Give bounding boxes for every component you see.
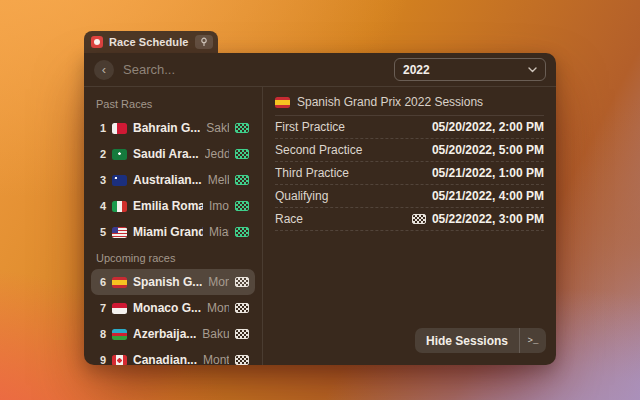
session-label: First Practice	[275, 120, 345, 134]
race-name: Monaco G...	[133, 301, 201, 315]
desktop-background: Race Schedule ‹ 2022 Past Races1Bahrain	[0, 0, 640, 400]
flag-spain-icon	[275, 97, 290, 108]
race-location: Jeddah, Sa...	[205, 147, 229, 161]
race-number: 8	[97, 328, 106, 340]
checkered-flag-icon	[412, 214, 426, 224]
session-label: Qualifying	[275, 189, 328, 203]
race-name: Emilia Roma...	[133, 199, 203, 213]
session-datetime-text: 05/22/2022, 3:00 PM	[432, 212, 544, 226]
race-name: Canadian...	[133, 353, 197, 365]
green-checkered-flag-icon	[235, 175, 249, 185]
race-number: 2	[97, 148, 106, 160]
session-datetime: 05/20/2022, 5:00 PM	[432, 143, 544, 157]
race-number: 1	[97, 122, 106, 134]
race-row-8[interactable]: 8Azerbaija...Baku, Azerb...	[91, 321, 255, 347]
race-row-4[interactable]: 4Emilia Roma...Imola, Italy	[91, 193, 255, 219]
race-row-1[interactable]: 1Bahrain G...Sakhir, Bahr...	[91, 115, 255, 141]
flag-italy-icon	[112, 201, 127, 212]
session-row[interactable]: Qualifying05/21/2022, 4:00 PM	[275, 185, 544, 208]
year-select[interactable]: 2022	[394, 58, 546, 81]
sessions-panel: Spanish Grand Prix 2022 Sessions First P…	[263, 87, 556, 365]
race-number: 5	[97, 226, 106, 238]
terminal-icon: >_	[528, 336, 539, 346]
toolbar: ‹ 2022	[84, 53, 556, 86]
flag-monaco-icon	[112, 303, 127, 314]
section-label: Upcoming races	[91, 245, 255, 269]
flag-spain-icon	[112, 277, 127, 288]
race-name: Australian...	[133, 173, 202, 187]
race-name: Saudi Ara...	[133, 147, 199, 161]
flag-bahrain-icon	[112, 123, 127, 134]
checkered-flag-icon	[235, 277, 249, 287]
checkered-flag-icon	[235, 303, 249, 313]
race-number: 3	[97, 174, 106, 186]
actions-menu-button[interactable]: >_	[520, 328, 546, 353]
tab-title: Race Schedule	[109, 36, 189, 48]
session-datetime: 05/21/2022, 4:00 PM	[432, 189, 544, 203]
session-row[interactable]: Race05/22/2022, 3:00 PM	[275, 208, 544, 231]
race-number: 7	[97, 302, 106, 314]
session-label: Race	[275, 212, 303, 226]
race-number: 6	[97, 276, 106, 288]
section-label: Past Races	[91, 91, 255, 115]
race-row-6[interactable]: 6Spanish G...Montmeló,...	[91, 269, 255, 295]
green-checkered-flag-icon	[235, 227, 249, 237]
race-location: Sakhir, Bahr...	[206, 121, 229, 135]
race-row-9[interactable]: 9Canadian...Montreal, C...	[91, 347, 255, 365]
session-label: Third Practice	[275, 166, 349, 180]
race-location: Baku, Azerb...	[202, 327, 229, 341]
race-schedule-window: ‹ 2022 Past Races1Bahrain G...Sakhir, Ba…	[84, 53, 556, 365]
race-name: Azerbaija...	[133, 327, 196, 341]
race-location: Montreal, C...	[203, 353, 229, 365]
flag-saudi-arabia-icon	[112, 149, 127, 160]
race-row-5[interactable]: 5Miami Grand...Miami, USA	[91, 219, 255, 245]
race-name: Bahrain G...	[133, 121, 200, 135]
chevron-left-icon: ‹	[102, 63, 106, 76]
flag-usa-icon	[112, 227, 127, 238]
green-checkered-flag-icon	[235, 201, 249, 211]
flag-azerbaijan-icon	[112, 329, 127, 340]
race-location: Monte-Carl...	[207, 301, 229, 315]
session-datetime: 05/22/2022, 3:00 PM	[412, 212, 544, 226]
race-row-3[interactable]: 3Australian...Melbourne,...	[91, 167, 255, 193]
sessions-title: Spanish Grand Prix 2022 Sessions	[297, 95, 483, 109]
race-name: Spanish G...	[133, 275, 202, 289]
session-datetime-text: 05/21/2022, 4:00 PM	[432, 189, 544, 203]
flag-australia-icon	[112, 175, 127, 186]
session-row[interactable]: Third Practice05/21/2022, 1:00 PM	[275, 162, 544, 185]
window-tab[interactable]: Race Schedule	[84, 31, 218, 53]
chevron-down-icon	[528, 67, 537, 73]
race-location: Melbourne,...	[208, 173, 229, 187]
race-name: Miami Grand...	[133, 225, 203, 239]
search-input[interactable]	[123, 62, 385, 77]
race-location: Miami, USA	[209, 225, 229, 239]
back-button[interactable]: ‹	[94, 60, 114, 80]
race-number: 4	[97, 200, 106, 212]
pin-icon	[199, 37, 209, 47]
race-list[interactable]: Past Races1Bahrain G...Sakhir, Bahr...2S…	[84, 87, 262, 365]
hide-sessions-button[interactable]: Hide Sessions	[415, 328, 519, 353]
session-datetime-text: 05/21/2022, 1:00 PM	[432, 166, 544, 180]
session-row[interactable]: First Practice05/20/2022, 2:00 PM	[275, 116, 544, 139]
session-row[interactable]: Second Practice05/20/2022, 5:00 PM	[275, 139, 544, 162]
green-checkered-flag-icon	[235, 123, 249, 133]
race-location: Montmeló,...	[208, 275, 229, 289]
checkered-flag-icon	[235, 355, 249, 365]
session-datetime: 05/20/2022, 2:00 PM	[432, 120, 544, 134]
session-label: Second Practice	[275, 143, 362, 157]
pin-button[interactable]	[195, 35, 213, 49]
race-schedule-app-icon	[91, 36, 103, 48]
green-checkered-flag-icon	[235, 149, 249, 159]
race-number: 9	[97, 354, 106, 365]
sessions-header: Spanish Grand Prix 2022 Sessions	[275, 89, 544, 116]
session-datetime-text: 05/20/2022, 5:00 PM	[432, 143, 544, 157]
year-select-value: 2022	[403, 63, 430, 77]
race-location: Imola, Italy	[209, 199, 229, 213]
session-datetime: 05/21/2022, 1:00 PM	[432, 166, 544, 180]
session-datetime-text: 05/20/2022, 2:00 PM	[432, 120, 544, 134]
action-button-group: Hide Sessions >_	[415, 328, 546, 353]
race-row-2[interactable]: 2Saudi Ara...Jeddah, Sa...	[91, 141, 255, 167]
checkered-flag-icon	[235, 329, 249, 339]
race-row-7[interactable]: 7Monaco G...Monte-Carl...	[91, 295, 255, 321]
flag-canada-icon	[112, 355, 127, 366]
